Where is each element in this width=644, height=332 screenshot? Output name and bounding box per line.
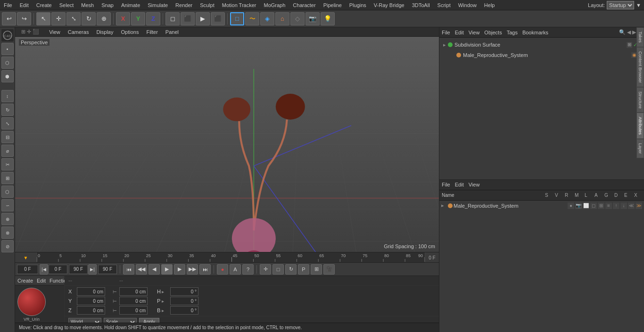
attr-file[interactable]: File (442, 182, 450, 187)
help-btn[interactable]: ? (242, 264, 254, 275)
record-btn[interactable]: ● (217, 264, 228, 275)
obj-objects[interactable]: Objects (484, 30, 502, 35)
x-pos-input[interactable] (77, 287, 105, 296)
menu-window[interactable]: Window (454, 1, 480, 9)
tab-attributes[interactable]: Attributes (636, 113, 644, 139)
rotate-tool-button[interactable]: ↻ (82, 12, 96, 25)
prev-btn[interactable]: ◀ (149, 264, 160, 275)
tab-takes[interactable]: Takes (636, 27, 644, 47)
tree-item-subdivision[interactable]: ▸ Subdivision Surface ⊞ ✓ • (441, 40, 642, 50)
x-axis-button[interactable]: X (116, 12, 130, 25)
mode-btn4[interactable]: P (298, 264, 309, 275)
object-mode-button[interactable]: ◻ (165, 12, 180, 25)
render-button[interactable]: ⬛ (181, 12, 195, 25)
sidebar-btn-edges[interactable]: ⬡ (1, 57, 14, 69)
goto-end-btn[interactable]: ⏭ (199, 264, 211, 275)
redo-button[interactable]: ↪ (17, 12, 31, 25)
sidebar-btn-mirror[interactable]: ⊞ (1, 172, 14, 184)
z-pos-input[interactable] (77, 306, 105, 315)
nav-left-icon[interactable]: ◀ (627, 29, 631, 35)
obj-edit[interactable]: Edit (455, 30, 464, 35)
nav-right-icon[interactable]: ▶ (632, 29, 636, 35)
undo-button[interactable]: ↩ (2, 12, 16, 25)
h-input[interactable] (170, 287, 198, 296)
material-preview[interactable] (17, 288, 46, 316)
start-frame-input[interactable] (49, 265, 67, 274)
mode-btn3[interactable]: ↻ (285, 264, 297, 275)
mat-create[interactable]: Create (17, 278, 33, 283)
vp-menu-cameras[interactable]: Cameras (64, 29, 93, 35)
menu-simulate[interactable]: Simulate (144, 1, 172, 9)
sidebar-btn-scale[interactable]: ⤡ (1, 117, 14, 130)
play-btn[interactable]: ▶ (161, 264, 173, 275)
menu-select[interactable]: Select (56, 1, 78, 9)
tab-structure[interactable]: Structure (636, 87, 644, 113)
menu-animate[interactable]: Animate (117, 1, 144, 9)
p-input[interactable] (170, 297, 198, 305)
menu-pipeline[interactable]: Pipeline (320, 1, 346, 9)
y-pos-input[interactable] (77, 297, 105, 305)
deform-button[interactable]: ⌂ (275, 12, 289, 25)
obj-file[interactable]: File (442, 30, 450, 35)
menu-mograph[interactable]: MoGraph (260, 1, 289, 9)
menu-mesh[interactable]: Mesh (77, 1, 98, 9)
spline-button[interactable]: 〜 (245, 12, 259, 25)
z-size-input[interactable] (119, 306, 148, 315)
end-frame-input2[interactable] (98, 265, 117, 274)
menu-vray[interactable]: V-Ray Bridge (370, 1, 408, 9)
vp-menu-view[interactable]: View (45, 29, 64, 35)
menu-snap[interactable]: Snap (98, 1, 117, 9)
obj-bookmarks[interactable]: Bookmarks (522, 30, 548, 35)
goto-start-btn[interactable]: ⏮ (123, 264, 134, 275)
menu-render[interactable]: Render (172, 1, 196, 9)
set-start-btn[interactable]: |◀ (40, 264, 48, 275)
obj-view[interactable]: View (469, 30, 480, 35)
menu-help[interactable]: Help (480, 1, 499, 9)
nurbs-button[interactable]: ◈ (260, 12, 274, 25)
sidebar-btn-move[interactable]: ↕ (1, 90, 14, 102)
render3-button[interactable]: ⬛ (211, 12, 225, 25)
layout-select[interactable]: Startup (607, 1, 634, 9)
scale-tool-button[interactable]: ⤡ (66, 12, 81, 25)
y-axis-button[interactable]: Y (131, 12, 145, 25)
vp-menu-options[interactable]: Options (117, 29, 142, 35)
sidebar-btn-5[interactable] (1, 84, 14, 89)
sidebar-btn-rotate[interactable]: ↻ (1, 104, 14, 116)
tree-item-male-repro[interactable]: Male_Reproductive_System ◉ • (441, 50, 642, 60)
tab-layer[interactable]: Layer (636, 139, 644, 158)
next-frame-btn[interactable]: ▶▶ (187, 264, 198, 275)
sidebar-btn-polygon[interactable]: ⬢ (1, 70, 14, 82)
sidebar-btn-magnet[interactable]: ⊗ (1, 227, 14, 239)
sidebar-btn-1[interactable]: C4D (1, 29, 14, 41)
render2-button[interactable]: ▶ (196, 12, 210, 25)
sidebar-btn-cut[interactable]: ✂ (1, 158, 14, 170)
attr-row-male-repro[interactable]: ▸ Male_Reproductive_System ● 📷 ⬜ ◻ ⊞ ≡ ↑… (439, 201, 644, 211)
tab-content-browser[interactable]: Content Browser (636, 47, 644, 87)
select-tool-button[interactable]: ↖ (36, 12, 50, 25)
menu-file[interactable]: File (0, 1, 16, 9)
attr-view[interactable]: View (469, 182, 480, 187)
light-button[interactable]: 💡 (321, 12, 335, 25)
menu-character[interactable]: Character (289, 1, 319, 9)
menu-3dtoall[interactable]: 3DToAll (408, 1, 434, 9)
mat-edit[interactable]: Edit (37, 278, 46, 283)
sidebar-btn-extrude[interactable]: ⊟ (1, 131, 14, 143)
vp-menu-panel[interactable]: Panel (162, 29, 182, 35)
effector-button[interactable]: ◇ (290, 12, 305, 25)
vp-menu-display[interactable]: Display (92, 29, 117, 35)
set-end-btn[interactable]: ▶| (88, 264, 97, 275)
menu-script[interactable]: Script (434, 1, 454, 9)
attr-edit[interactable]: Edit (455, 182, 464, 187)
sidebar-btn-bevel[interactable]: ⬡ (1, 186, 14, 198)
y-size-input[interactable] (119, 297, 148, 305)
menu-create[interactable]: Create (33, 1, 56, 9)
mode-btn1[interactable]: ✛ (260, 264, 271, 275)
auto-btn[interactable]: A (230, 264, 241, 275)
sidebar-btn-weld[interactable]: ⊕ (1, 213, 14, 225)
mode-btn2[interactable]: □ (272, 264, 284, 275)
move-tool-button[interactable]: ✛ (51, 12, 66, 25)
cube-button[interactable]: □ (230, 12, 244, 25)
mode-btn5[interactable]: ⊞ (311, 264, 322, 275)
prev-frame-btn[interactable]: ◀◀ (136, 264, 147, 275)
sidebar-btn-bridge[interactable]: ∽ (1, 199, 14, 211)
